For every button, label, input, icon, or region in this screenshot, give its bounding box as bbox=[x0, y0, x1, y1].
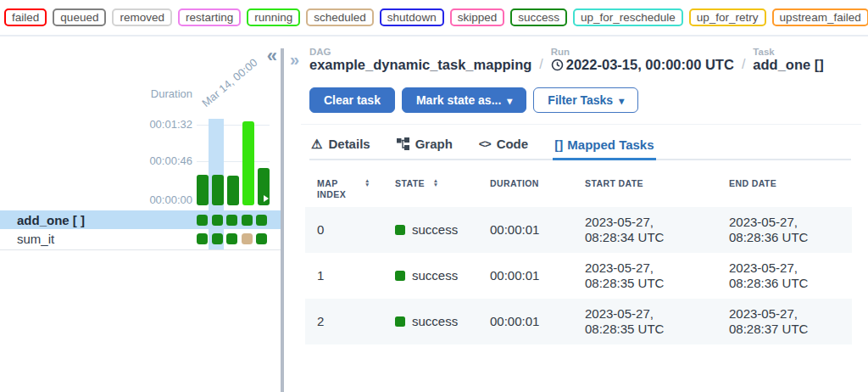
brackets-icon: [ ] bbox=[554, 137, 561, 152]
status-badge-failed: failed bbox=[4, 8, 47, 26]
task-instance-square-0-2[interactable] bbox=[226, 215, 237, 226]
status-badge-removed: removed bbox=[112, 8, 172, 26]
task-label[interactable]: sum_it bbox=[17, 232, 54, 246]
task-instance-square-1-0[interactable] bbox=[197, 233, 208, 244]
tab-label: Graph bbox=[415, 137, 453, 151]
cell-map-index: 2 bbox=[305, 306, 383, 337]
cell-end-date: 2023-05-27, 08:28:36 UTC bbox=[717, 253, 852, 299]
cell-start-date: 2023-05-27, 08:28:34 UTC bbox=[573, 207, 717, 253]
actions-divider bbox=[301, 124, 861, 125]
duration-bars bbox=[197, 119, 271, 205]
tab-label: Code bbox=[497, 137, 529, 151]
grid-panel: « Duration 00:01:32 00:00:46 00:00:00 Ma… bbox=[0, 36, 281, 392]
column-label: MAP INDEX bbox=[317, 178, 356, 200]
state-color-square bbox=[395, 271, 405, 281]
task-instance-squares bbox=[197, 215, 267, 226]
column-header-start-date: START DATE bbox=[573, 170, 717, 196]
state-text: success bbox=[412, 222, 458, 238]
tab-label: Details bbox=[328, 137, 370, 151]
sort-icon[interactable]: ▲▼ bbox=[364, 178, 370, 200]
mapped-tasks-tbody: 0success00:00:012023-05-27, 08:28:34 UTC… bbox=[305, 207, 852, 344]
cell-start-date: 2023-05-27, 08:28:35 UTC bbox=[573, 253, 717, 299]
code-icon: <> bbox=[479, 137, 491, 150]
status-badge-success: success bbox=[510, 8, 567, 26]
dag-run-bar-2[interactable] bbox=[227, 176, 239, 205]
collapse-panel-icon[interactable]: « bbox=[267, 47, 277, 65]
expand-panel-icon[interactable]: » bbox=[290, 51, 299, 68]
cell-start-date: 2023-05-27, 08:28:35 UTC bbox=[573, 299, 717, 344]
status-badge-up_for_retry: up_for_retry bbox=[689, 8, 766, 26]
task-instance-square-0-4[interactable] bbox=[256, 215, 267, 226]
cell-map-index: 0 bbox=[305, 215, 383, 245]
cell-state: success bbox=[383, 260, 478, 291]
graph-icon bbox=[397, 137, 409, 150]
task-instance-square-1-3[interactable] bbox=[242, 233, 253, 244]
breadcrumb-label: DAG bbox=[309, 47, 531, 57]
cell-duration: 00:00:01 bbox=[478, 260, 573, 291]
dag-run-bar-1[interactable] bbox=[212, 175, 224, 205]
run-details-arrow-icon bbox=[264, 195, 269, 202]
dag-run-bar-0[interactable] bbox=[197, 175, 209, 205]
clock-icon bbox=[551, 59, 564, 71]
breadcrumb-task[interactable]: Task add_one [] bbox=[753, 47, 823, 73]
column-header-end-date: END DATE bbox=[717, 170, 852, 196]
tab-code[interactable]: <> Code bbox=[477, 132, 530, 159]
task-id[interactable]: add_one [] bbox=[753, 57, 823, 73]
dag-run-bar-4[interactable] bbox=[258, 168, 270, 205]
caret-down-icon: ▾ bbox=[507, 95, 512, 107]
column-label: STATE bbox=[395, 178, 425, 189]
tab-bar: ⚠ Details Graph <> Code [ bbox=[309, 132, 851, 160]
tab-label: Mapped Tasks bbox=[567, 137, 654, 152]
dag-run-bar-3[interactable] bbox=[242, 121, 254, 205]
y-tick: 00:00:46 bbox=[149, 155, 192, 167]
tab-graph[interactable]: Graph bbox=[395, 132, 454, 159]
run-id[interactable]: 2022-03-15, 00:00:00 UTC bbox=[551, 57, 734, 73]
mark-state-label: Mark state as... bbox=[416, 93, 501, 107]
task-instance-square-0-1[interactable] bbox=[212, 215, 223, 226]
cell-end-date: 2023-05-27, 08:28:36 UTC bbox=[717, 207, 852, 253]
caret-down-icon: ▾ bbox=[619, 95, 624, 107]
column-header-state[interactable]: STATE ▲▼ bbox=[383, 170, 478, 196]
mapped-task-row-2[interactable]: 2success00:00:012023-05-27, 08:28:35 UTC… bbox=[305, 299, 852, 344]
table-header: MAP INDEX ▲▼ STATE ▲▼ DURATION START DAT… bbox=[305, 170, 852, 207]
breadcrumb-run[interactable]: Run 2022-03-15, 00:00:00 UTC bbox=[551, 47, 734, 73]
mapped-task-row-1[interactable]: 1success00:00:012023-05-27, 08:28:35 UTC… bbox=[305, 253, 852, 299]
status-badge-restarting: restarting bbox=[178, 8, 241, 26]
breadcrumb: DAG example_dynamic_task_mapping / Run 2… bbox=[309, 47, 824, 73]
details-panel: » DAG example_dynamic_task_mapping / Run… bbox=[284, 36, 868, 392]
task-row-add-one[interactable]: add_one [ ] bbox=[0, 210, 281, 229]
task-instance-squares bbox=[197, 233, 267, 244]
filter-tasks-label: Filter Tasks bbox=[548, 93, 613, 107]
status-badge-skipped: skipped bbox=[450, 8, 505, 26]
task-label[interactable]: add_one [ ] bbox=[17, 213, 85, 227]
breadcrumb-dag[interactable]: DAG example_dynamic_task_mapping bbox=[309, 47, 531, 73]
tab-details[interactable]: ⚠ Details bbox=[309, 132, 372, 159]
column-header-map-index[interactable]: MAP INDEX ▲▼ bbox=[305, 170, 383, 207]
mark-state-button[interactable]: Mark state as...▾ bbox=[402, 87, 526, 113]
status-badge-running: running bbox=[247, 8, 300, 26]
task-instance-square-0-3[interactable] bbox=[242, 215, 253, 226]
warning-icon: ⚠ bbox=[311, 137, 322, 150]
filter-tasks-button[interactable]: Filter Tasks▾ bbox=[533, 87, 638, 113]
column-label: START DATE bbox=[585, 178, 643, 189]
run-id-text: 2022-03-15, 00:00:00 UTC bbox=[566, 57, 734, 73]
task-instance-square-1-4[interactable] bbox=[256, 233, 267, 244]
state-color-square bbox=[395, 225, 405, 235]
status-badge-up_for_reschedule: up_for_reschedule bbox=[573, 8, 683, 26]
task-instance-square-0-0[interactable] bbox=[197, 215, 208, 226]
clear-task-button[interactable]: Clear task bbox=[309, 87, 395, 113]
tab-mapped-tasks[interactable]: [ ] Mapped Tasks bbox=[553, 132, 655, 160]
sort-icon[interactable]: ▲▼ bbox=[433, 178, 439, 189]
mapped-task-row-0[interactable]: 0success00:00:012023-05-27, 08:28:34 UTC… bbox=[305, 207, 852, 253]
task-instance-square-1-2[interactable] bbox=[226, 233, 237, 244]
task-row-sum-it[interactable]: sum_it bbox=[0, 230, 281, 248]
task-instance-square-1-1[interactable] bbox=[212, 233, 223, 244]
breadcrumb-separator: / bbox=[742, 57, 745, 73]
dag-id[interactable]: example_dynamic_task_mapping bbox=[309, 57, 531, 73]
run-date-label: Mar 14, 00:00 bbox=[199, 56, 259, 109]
status-legend: deferredfailedqueuedremovedrestartingrun… bbox=[0, 0, 868, 36]
breadcrumb-label: Run bbox=[551, 47, 734, 57]
y-tick: 00:00:00 bbox=[149, 194, 192, 206]
status-badge-scheduled: scheduled bbox=[306, 8, 374, 26]
column-label: DURATION bbox=[490, 178, 539, 189]
